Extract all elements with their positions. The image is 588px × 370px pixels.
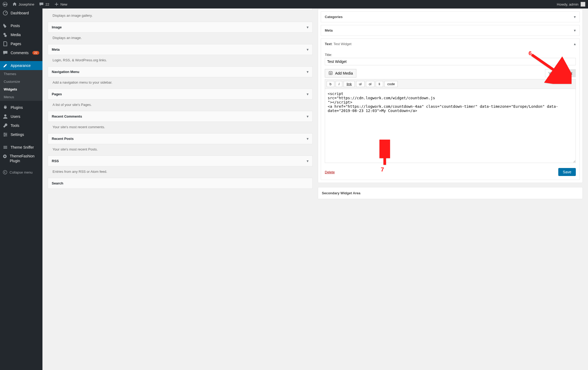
admin-sidebar: Dashboard Posts Media Pages Comments22 A…: [0, 8, 42, 370]
menu-media[interactable]: Media: [0, 30, 42, 39]
avatar[interactable]: [581, 2, 585, 7]
widget-desc-gallery: Displays an image gallery.: [48, 10, 313, 19]
title-label: Title:: [325, 53, 576, 57]
comments-count: 22: [45, 2, 49, 6]
widget-title-input[interactable]: [325, 58, 576, 65]
svg-point-14: [330, 72, 331, 74]
add-media-button[interactable]: Add Media: [325, 69, 356, 78]
svg-rect-10: [3, 146, 7, 147]
btn-li[interactable]: li: [376, 81, 383, 87]
available-widget-search[interactable]: Search: [48, 178, 313, 189]
menu-tools[interactable]: Tools: [0, 121, 42, 130]
menu-dashboard[interactable]: Dashboard: [0, 8, 42, 18]
caret-down-icon: ▾: [307, 159, 309, 163]
menu-theme-sniffer[interactable]: Theme Sniffer: [0, 143, 42, 152]
svg-point-8: [6, 134, 7, 135]
site-name: Josephine: [19, 2, 34, 6]
widget-desc-image: Displays an image.: [48, 33, 313, 41]
widget-desc-pages: A list of your site's Pages.: [48, 100, 313, 108]
tab-visual[interactable]: Visual: [545, 69, 562, 77]
btn-italic[interactable]: i: [336, 81, 342, 87]
area-widget-text-head[interactable]: Text: Test Widget ▴: [321, 39, 580, 49]
svg-point-13: [3, 170, 7, 174]
widget-desc-navmenu: Add a navigation menu to your sidebar.: [48, 77, 313, 86]
caret-up-icon: ▴: [574, 42, 576, 46]
available-widget-navmenu[interactable]: Navigation Menu▾: [48, 66, 313, 77]
area-widget-meta[interactable]: Meta▾: [321, 25, 580, 36]
available-widget-meta[interactable]: Meta▾: [48, 44, 313, 55]
widget-desc-rss: Entries from any RSS or Atom feed.: [48, 166, 313, 175]
submenu-widgets[interactable]: Widgets: [0, 85, 42, 93]
available-widget-image[interactable]: Image▾: [48, 22, 313, 33]
btn-bold[interactable]: b: [327, 81, 334, 87]
svg-rect-11: [3, 147, 7, 148]
menu-themefashion-plugin[interactable]: ThemeFashion Plugin: [0, 152, 42, 165]
available-widget-recent-posts[interactable]: Recent Posts▾: [48, 133, 313, 144]
submenu-customize[interactable]: Customize: [0, 78, 42, 85]
available-widget-recent-comments[interactable]: Recent Comments▾: [48, 111, 313, 122]
menu-comments[interactable]: Comments22: [0, 48, 42, 57]
btn-link[interactable]: link: [344, 81, 355, 87]
caret-down-icon: ▾: [307, 25, 309, 29]
menu-plugins[interactable]: Plugins: [0, 103, 42, 112]
submenu-appearance: Themes Customize Widgets Menus: [0, 70, 42, 101]
menu-posts[interactable]: Posts: [0, 21, 42, 30]
widget-desc-recent-comments: Your site's most recent comments.: [48, 122, 313, 131]
menu-appearance[interactable]: Appearance: [0, 61, 42, 70]
caret-down-icon: ▾: [307, 70, 309, 74]
caret-down-icon: ▾: [574, 15, 576, 19]
svg-point-3: [4, 114, 6, 117]
widget-desc-recent-posts: Your site's most recent Posts.: [48, 144, 313, 153]
new-link[interactable]: New: [54, 2, 67, 7]
menu-users[interactable]: Users: [0, 112, 42, 121]
svg-point-7: [4, 133, 5, 134]
available-widget-gallery[interactable]: [48, 8, 313, 10]
area-widget-text: Text: Test Widget ▴ Title: Add Media Vis…: [321, 38, 580, 180]
btn-ol[interactable]: ol: [366, 81, 374, 87]
new-label: New: [60, 2, 67, 6]
svg-point-9: [4, 135, 5, 136]
caret-down-icon: ▾: [307, 48, 309, 51]
btn-ul[interactable]: ul: [356, 81, 365, 87]
svg-rect-12: [3, 148, 7, 149]
available-widgets-column: Displays an image gallery. Image▾ Displa…: [48, 8, 313, 189]
tab-text[interactable]: Text: [562, 69, 576, 77]
submenu-menus[interactable]: Menus: [0, 93, 42, 101]
comments-link[interactable]: 22: [39, 2, 49, 7]
howdy-text[interactable]: Howdy, admin: [557, 2, 578, 6]
save-button[interactable]: Save: [558, 168, 576, 176]
menu-settings[interactable]: Settings: [0, 130, 42, 139]
secondary-widget-area[interactable]: Secondary Widget Area: [318, 187, 583, 199]
caret-down-icon: ▾: [307, 92, 309, 96]
caret-down-icon: ▾: [307, 114, 309, 118]
widget-content-textarea[interactable]: [325, 89, 576, 163]
editor-toolbar: b i link ul ol li code: [325, 79, 576, 89]
btn-code[interactable]: code: [384, 81, 398, 87]
comments-badge: 22: [32, 51, 39, 55]
available-widget-pages[interactable]: Pages▾: [48, 89, 313, 100]
available-widget-rss[interactable]: RSS▾: [48, 156, 313, 166]
sidebar-area-column: Categories▾ Meta▾ Text: Test Widget ▴ Ti…: [318, 8, 583, 199]
caret-down-icon: ▾: [307, 137, 309, 141]
area-widget-categories[interactable]: Categories▾: [321, 11, 580, 22]
wp-logo[interactable]: [3, 2, 7, 7]
site-link[interactable]: Josephine: [12, 2, 34, 7]
admin-bar: Josephine 22 New Howdy, admin: [0, 0, 588, 8]
collapse-menu[interactable]: Collapse menu: [0, 167, 42, 177]
delete-link[interactable]: Delete: [325, 170, 335, 174]
menu-pages[interactable]: Pages: [0, 39, 42, 48]
submenu-themes[interactable]: Themes: [0, 70, 42, 78]
caret-down-icon: ▾: [574, 28, 576, 32]
widget-desc-meta: Login, RSS, & WordPress.org links.: [48, 55, 313, 64]
